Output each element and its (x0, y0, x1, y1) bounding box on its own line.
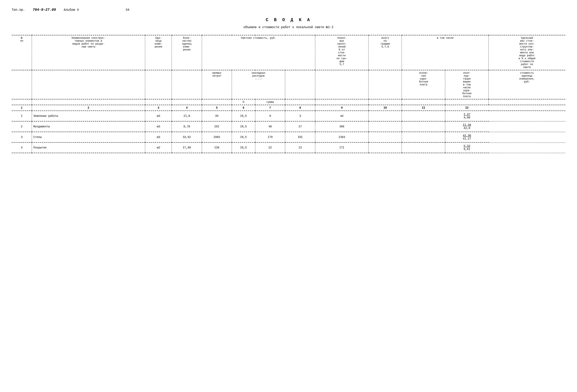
row-0-cell-1: Земляные работы (32, 111, 145, 121)
col-header-udel-cost: стоимостьединицыизмерения,руб. (489, 70, 565, 99)
col-header-sub-mach (445, 99, 489, 105)
row-0-cell-8: 44 (315, 111, 368, 121)
row-2-cell-10 (402, 132, 445, 142)
row-3-cell-7: I3 (285, 142, 315, 153)
col-header-sub-direct (202, 99, 232, 105)
col-header-sub-unit (145, 99, 172, 105)
col-num-4: 4 (172, 105, 202, 111)
row-3-cell-10 (402, 142, 445, 153)
col-num-9: 9 (315, 105, 368, 111)
title-sub: объемов и стоимости работ к локальной см… (12, 26, 565, 29)
title-block: С В О Д К А объемов и стоимости работ к … (12, 18, 565, 29)
col-header-unit: Еди-ницаизме-рения (145, 35, 172, 70)
row-2-cell-7: IOI (285, 132, 315, 142)
col-header-sub-pct (12, 99, 32, 105)
col-header-qty2 (172, 70, 202, 99)
col-header-vtom: в том числе (402, 35, 489, 70)
col-header-sub-sum: сумма (255, 99, 285, 105)
row-2-cell-6: I79 (255, 132, 285, 142)
row-2-cell-4: I083 (202, 132, 232, 142)
col-num-5: 5 (202, 105, 232, 111)
col-header-basic: основ-наязара-ботнаяплата (402, 70, 445, 99)
col-header-total2 (368, 70, 402, 99)
row-1-cell-6: 48 (255, 121, 285, 132)
row-0-cell-7: 3 (285, 111, 315, 121)
row-2-cell-9 (368, 132, 402, 142)
table-row: 2Фундаментым38,7029II6,54827366II,3842,0 (12, 121, 565, 132)
col-header-unit2 (145, 70, 172, 99)
row-1-cell-10 (402, 121, 445, 132)
row-3-cell-6: 22 (255, 142, 285, 153)
col-header-num2 (12, 70, 32, 99)
doc-num: 704-9-27.89 (33, 8, 56, 12)
row-1-cell-3: 8,70 (172, 121, 202, 132)
row-0-cell-11: I,374,00 (445, 111, 489, 121)
row-2-cell-11: 42,364I,27 (445, 132, 489, 142)
row-1-cell-9 (368, 121, 402, 132)
col-header-qty: Коли-чествоединицизме-рения (172, 35, 202, 70)
col-header-sub-plan (315, 99, 368, 105)
title-main: С В О Д К А (12, 18, 565, 23)
col-header-sub-qty (172, 99, 202, 105)
col-header-sub-basic (402, 99, 445, 105)
col-num-3: 3 (145, 105, 172, 111)
col-header-nakl: накладныхрасходов— — — (232, 70, 285, 99)
row-3-cell-0: 4 (12, 142, 32, 153)
col-header-plan: плано-выхнакоп-лений% отстои-мостипо гра… (315, 35, 368, 70)
row-2-cell-3: 33,02 (172, 132, 202, 142)
col-num-11: II (402, 105, 445, 111)
col-header-name: Наименование конструк-тивных элементов и… (32, 35, 145, 70)
table-row: IЗемляные работым3II,035I6,56344I,374,00 (12, 111, 565, 121)
row-3-cell-4: I36 (202, 142, 232, 153)
col-header-num: №пп (12, 35, 32, 70)
row-2-cell-1: Стены (32, 132, 145, 142)
row-0-cell-5: I6,5 (232, 111, 255, 121)
col-num-10: IO (368, 105, 402, 111)
col-header-udel: Удельныйвес стои-мости кон-структив-ного… (489, 35, 565, 70)
row-2-cell-2: м3 (145, 132, 172, 142)
doc-type-label: Тип.пр. (12, 8, 25, 12)
row-0-cell-10 (402, 111, 445, 121)
row-2-cell-0: 3 (12, 132, 32, 142)
row-1-cell-4: 29I (202, 121, 232, 132)
col-num-12: I2 (445, 105, 489, 111)
col-num-2: 2 (32, 105, 145, 111)
col-header-plan2 (315, 70, 368, 99)
row-3-cell-1: Покрытие (32, 142, 145, 153)
col-header-sub-udel (489, 99, 565, 105)
table-row: 3Стеным333,02I083I6,5I79IOII36342,364I,2… (12, 132, 565, 142)
album-label: Альбом 4 (64, 8, 79, 12)
page-num: 34 (126, 8, 129, 12)
row-3-cell-5: I6,5 (232, 142, 255, 153)
col-header-mach: экоп-лур-тациямашинв томчислезара-ботная… (445, 70, 489, 99)
row-0-cell-0: I (12, 111, 32, 121)
row-1-cell-7: 27 (285, 121, 315, 132)
row-0-cell-9 (368, 111, 402, 121)
col-header-sum-placeholder (285, 70, 315, 99)
col-header-total: всегопографам5,7,8 (368, 35, 402, 70)
row-2-cell-8: I363 (315, 132, 368, 142)
col-header-sub-empty (285, 99, 315, 105)
col-header-smet: Сметная стоимость, руб. (202, 35, 315, 70)
row-3-cell-11: 5,329,6I (445, 142, 489, 153)
col-header-sub-total (368, 99, 402, 105)
col-header-name2 (32, 70, 145, 99)
header-line: Тип.пр. 704-9-27.89 Альбом 4 34 (12, 8, 565, 12)
col-num-7: 7 (255, 105, 285, 111)
row-1-cell-1: Фундаменты (32, 121, 145, 132)
row-3-cell-3: I7,80 (172, 142, 202, 153)
row-1-cell-2: м3 (145, 121, 172, 132)
row-1-cell-5: I6,5 (232, 121, 255, 132)
col-num-6: 6 (232, 105, 255, 111)
row-1-cell-0: 2 (12, 121, 32, 132)
row-0-cell-2: м3 (145, 111, 172, 121)
row-0-cell-4: 35 (202, 111, 232, 121)
row-0-cell-6: 6 (255, 111, 285, 121)
row-1-cell-11: II,3842,0 (445, 121, 489, 132)
col-num-8: 8 (285, 105, 315, 111)
row-1-cell-8: 366 (315, 121, 368, 132)
table-row: 4Покрытием2I7,80I36I6,522I3I7I5,329,6I (12, 142, 565, 153)
row-3-cell-2: м2 (145, 142, 172, 153)
row-2-cell-5: I6,5 (232, 132, 255, 142)
table-wrapper: №пп Наименование конструк-тивных элемент… (12, 35, 565, 153)
